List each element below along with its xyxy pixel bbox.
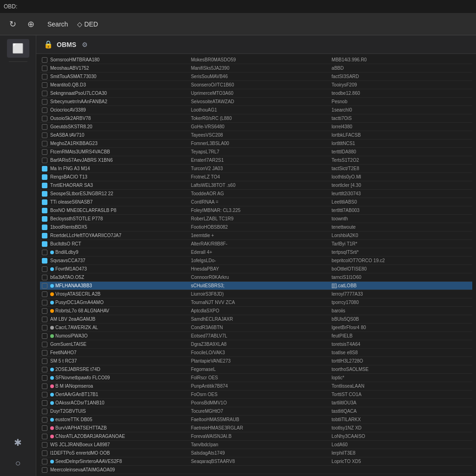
row-checkbox[interactable] xyxy=(42,225,47,230)
row-checkbox[interactable] xyxy=(42,158,47,163)
row-checkbox[interactable] xyxy=(42,250,47,255)
row-checkbox[interactable] xyxy=(42,367,47,372)
row-checkbox[interactable] xyxy=(42,166,47,172)
cell-col1: SornsrooHMTBRAA180 xyxy=(49,57,189,62)
table-row: MeoshauABV1752ManifiSks5JA2390aBBD xyxy=(40,64,472,73)
cell-col2: ContlRNAA = xyxy=(190,199,330,205)
cell-col3: teodbe12.860 xyxy=(331,91,470,96)
cell-col2: AlterRAK/R8B8F- xyxy=(190,241,330,246)
refresh-button[interactable]: ↻ xyxy=(6,16,20,32)
row-checkbox[interactable] xyxy=(42,241,47,247)
row-checkbox[interactable] xyxy=(42,233,47,238)
row-checkbox[interactable] xyxy=(42,459,47,464)
table-row: BoxNO MNE0ECLARFASLB P8FoleyIMBNAR: CL3.… xyxy=(40,206,472,215)
row-checkbox[interactable] xyxy=(42,450,47,456)
row-checkbox[interactable] xyxy=(42,383,47,389)
row-checkbox[interactable] xyxy=(42,208,47,213)
cell-col2: FoocileLO/VAK3 xyxy=(190,350,330,355)
row-checkbox[interactable] xyxy=(42,291,47,297)
cell-col3: tastlitlQACA xyxy=(331,409,470,414)
row-checkbox[interactable] xyxy=(42,124,47,130)
cell-col1: BucltdtsO RCT xyxy=(49,241,189,246)
ded-label: DED xyxy=(84,20,98,28)
row-checkbox[interactable] xyxy=(42,57,47,63)
row-checkbox[interactable] xyxy=(42,409,47,414)
row-checkbox[interactable] xyxy=(42,417,47,423)
row-checkbox[interactable] xyxy=(42,174,47,180)
row-checkbox[interactable] xyxy=(42,132,47,138)
row-checkbox[interactable] xyxy=(42,442,47,448)
cell-col2: TooddeAOR AG xyxy=(190,191,330,196)
table-row: PusyrDC1AGrnA4AMOTournaNJT NVV ZCAtporrc… xyxy=(40,298,472,307)
table-row: FovrtM1AO473HnesdaPBAYboOttlelOTISE80 xyxy=(40,265,472,273)
row-checkbox[interactable] xyxy=(42,91,47,96)
search-button[interactable]: Search xyxy=(42,18,73,31)
cell-col1: Ma In FNG A3 M14 xyxy=(49,166,189,171)
table-row: SeospeSLtborESJNGBR12 22TooddeAOR AGleur… xyxy=(40,190,472,198)
cell-col1: RengsBACIO T13 xyxy=(49,174,189,179)
row-checkbox[interactable] xyxy=(42,283,47,289)
row-checkbox[interactable] xyxy=(42,74,47,79)
cell-col1: SeASBA tAV710 xyxy=(49,132,189,138)
row-checkbox[interactable] xyxy=(42,116,47,121)
table-row: MFLHANAA3BB3sCHuitESBRS3;[[[].catLOBB xyxy=(40,282,472,290)
table-row: l1DEFTPoS enrertdMO OOBSalsdagAts1749ler… xyxy=(40,449,472,457)
row-checkbox[interactable] xyxy=(42,308,47,314)
row-checkbox[interactable] xyxy=(42,358,47,364)
settings-icon[interactable]: ⚙ xyxy=(82,41,88,48)
row-checkbox[interactable] xyxy=(42,434,47,439)
cell-col3: tenettwoute xyxy=(331,225,470,230)
cell-col1: eustcreTTK DB05 xyxy=(49,417,189,422)
row-checkbox[interactable] xyxy=(42,266,47,272)
cell-col2: UprimerceMTO3A60 xyxy=(190,91,330,96)
row-checkbox[interactable] xyxy=(42,66,47,71)
row-checkbox[interactable] xyxy=(42,325,47,331)
sidebar-icon-circle[interactable]: ○ xyxy=(7,454,29,472)
cell-col3: LeetltliABS0 xyxy=(331,199,470,205)
row-checkbox[interactable] xyxy=(42,342,47,347)
row-checkbox[interactable] xyxy=(42,149,47,155)
row-checkbox[interactable] xyxy=(42,375,47,381)
sidebar-bottom: ✱ ○ xyxy=(7,433,29,476)
cell-col1: MeercoleinsevaATAIMGAOA09 xyxy=(49,467,189,472)
cell-col1: OusoioSk2ARBV78 xyxy=(49,116,189,121)
row-checkbox[interactable] xyxy=(42,467,47,473)
table-row: FeetlNAHO7FoocileLO/VAK3toatIse e8S8 xyxy=(40,349,472,357)
row-checkbox[interactable] xyxy=(42,107,47,113)
table-row: eustcreTTK DB05FaeltooHMAS5MRAUBtobtliTI… xyxy=(40,416,472,424)
cell-col3: tarnciS1I1O60 xyxy=(331,275,470,280)
row-checkbox[interactable] xyxy=(42,183,47,188)
row-checkbox[interactable] xyxy=(42,317,47,322)
ded-button[interactable]: ◇ DED xyxy=(77,20,98,28)
cell-col1: VrosyATASECRL A2B xyxy=(49,291,189,297)
row-checkbox[interactable] xyxy=(42,258,47,264)
cell-col2: TanvlbdcIpan xyxy=(190,442,330,447)
row-checkbox[interactable] xyxy=(42,300,47,305)
sidebar-icon-files[interactable]: ⬜ xyxy=(7,39,29,58)
row-checkbox[interactable] xyxy=(42,350,47,356)
table-row: Ma In FNG A3 M14TurconV2 JA03tactSict/T2… xyxy=(40,165,472,173)
row-checkbox[interactable] xyxy=(42,216,47,222)
cell-col1: 1bootRientsBDX5 xyxy=(49,225,189,230)
table-row: SornsrooHMTBRAA180MokesBR0MASDO59MBB14i3… xyxy=(40,56,472,64)
row-checkbox[interactable] xyxy=(42,99,47,105)
cell-col3: lgeetBrFfosr4 80 xyxy=(331,325,470,330)
row-checkbox[interactable] xyxy=(42,333,47,339)
cell-col1: SeedDelnpr5inrteroAAAVES2F8 xyxy=(49,459,189,464)
row-checkbox[interactable] xyxy=(42,191,47,197)
cell-col3: TooirysF209 xyxy=(331,82,470,87)
row-checkbox[interactable] xyxy=(42,141,47,146)
cell-col1: BarfARis57AevJABRS X1BN6 xyxy=(49,158,189,163)
table-row: Srbecynuetrr/nAAnFANBA2SeivosoiteATAWZAD… xyxy=(40,98,472,106)
cell-col2: PunpAntitik7B874 xyxy=(190,383,330,389)
row-checkbox[interactable] xyxy=(42,275,47,280)
row-checkbox[interactable] xyxy=(42,199,47,205)
row-checkbox[interactable] xyxy=(42,82,47,88)
row-checkbox[interactable] xyxy=(42,425,47,431)
cell-col1: SekngnnaatPsoU7LCOA30 xyxy=(49,91,189,96)
row-checkbox[interactable] xyxy=(42,400,47,406)
new-button[interactable]: ⊕ xyxy=(24,16,38,32)
row-checkbox[interactable] xyxy=(42,392,47,397)
cell-col2: ManifiSks5JA2390 xyxy=(190,66,330,71)
sidebar-icon-pin[interactable]: ✱ xyxy=(7,433,29,452)
